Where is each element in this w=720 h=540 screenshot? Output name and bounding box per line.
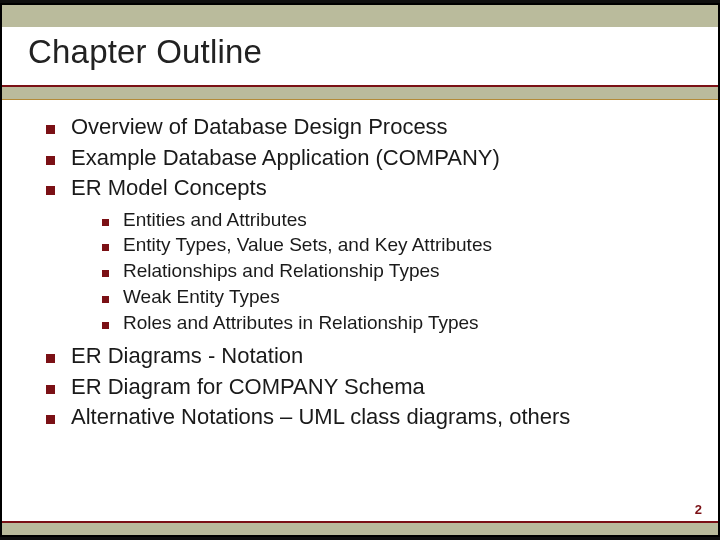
list-item-text: Alternative Notations – UML class diagra… — [71, 403, 570, 431]
divider-thin-rule — [2, 99, 718, 100]
slide-title: Chapter Outline — [28, 33, 692, 71]
sublist: Entities and Attributes Entity Types, Va… — [102, 208, 688, 335]
list-item: ER Model Concepts — [46, 174, 688, 202]
list-item-text: ER Diagram for COMPANY Schema — [71, 373, 425, 401]
square-bullet-icon — [46, 125, 55, 134]
sublist-item: Weak Entity Types — [102, 285, 688, 309]
sublist-item-text: Entities and Attributes — [123, 208, 307, 232]
sublist-item: Relationships and Relationship Types — [102, 259, 688, 283]
list-item-text: ER Diagrams - Notation — [71, 342, 303, 370]
square-bullet-icon — [46, 354, 55, 363]
list-item-text: Overview of Database Design Process — [71, 113, 448, 141]
sublist-item: Roles and Attributes in Relationship Typ… — [102, 311, 688, 335]
list-item: Overview of Database Design Process — [46, 113, 688, 141]
title-divider — [2, 85, 718, 100]
square-bullet-icon — [102, 244, 109, 251]
page-number: 2 — [695, 502, 702, 517]
list-item: ER Diagrams - Notation — [46, 342, 688, 370]
square-bullet-icon — [102, 322, 109, 329]
square-bullet-icon — [46, 156, 55, 165]
square-bullet-icon — [46, 385, 55, 394]
footer-bar — [2, 521, 718, 535]
list-item-text: Example Database Application (COMPANY) — [71, 144, 500, 172]
list-item: ER Diagram for COMPANY Schema — [46, 373, 688, 401]
divider-beige-band — [2, 87, 718, 99]
list-item: Example Database Application (COMPANY) — [46, 144, 688, 172]
title-area: Chapter Outline — [28, 33, 692, 71]
square-bullet-icon — [102, 296, 109, 303]
square-bullet-icon — [102, 270, 109, 277]
square-bullet-icon — [46, 186, 55, 195]
list-item: Alternative Notations – UML class diagra… — [46, 403, 688, 431]
sublist-item-text: Relationships and Relationship Types — [123, 259, 440, 283]
list-item-text: ER Model Concepts — [71, 174, 267, 202]
sublist-item: Entity Types, Value Sets, and Key Attrib… — [102, 233, 688, 257]
sublist-item: Entities and Attributes — [102, 208, 688, 232]
sublist-item-text: Roles and Attributes in Relationship Typ… — [123, 311, 479, 335]
square-bullet-icon — [102, 219, 109, 226]
sublist-item-text: Weak Entity Types — [123, 285, 280, 309]
top-decorative-band — [2, 5, 718, 27]
square-bullet-icon — [46, 415, 55, 424]
content-area: Overview of Database Design Process Exam… — [46, 113, 688, 434]
slide: Chapter Outline Overview of Database Des… — [2, 5, 718, 535]
sublist-item-text: Entity Types, Value Sets, and Key Attrib… — [123, 233, 492, 257]
